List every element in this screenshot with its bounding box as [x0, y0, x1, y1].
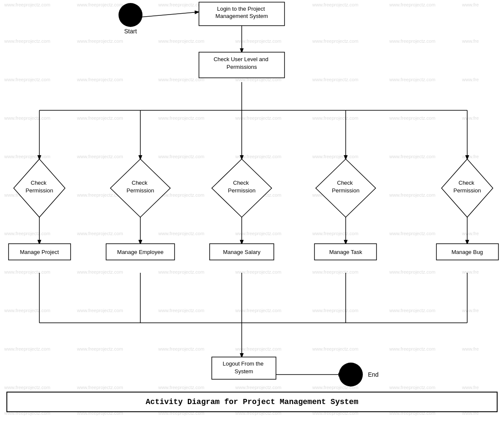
diagram-title: Activity Diagram for Project Management …	[6, 392, 498, 412]
svg-text:www.freeprojectz.com: www.freeprojectz.com	[4, 154, 50, 159]
svg-text:www.freeprojectz.com: www.freeprojectz.com	[158, 38, 205, 44]
svg-text:www.freeprojectz.com: www.freeprojectz.com	[4, 2, 50, 7]
svg-text:www.freeprojectz.com: www.freeprojectz.com	[389, 192, 436, 198]
svg-text:www.freeprojectz.com: www.freeprojectz.com	[158, 154, 205, 159]
svg-text:www.freeprojectz.com: www.freeprojectz.com	[4, 269, 50, 274]
svg-text:www.freeprojectz.com: www.freeprojectz.com	[389, 269, 436, 274]
manage-bug-text: Manage Bug	[451, 249, 483, 255]
svg-text:www.fre: www.fre	[462, 77, 479, 82]
svg-text:www.freeprojectz.com: www.freeprojectz.com	[4, 308, 50, 313]
svg-text:www.freeprojectz.com: www.freeprojectz.com	[389, 385, 436, 390]
svg-text:www.freeprojectz.com: www.freeprojectz.com	[4, 77, 50, 82]
svg-text:www.freeprojectz.com: www.freeprojectz.com	[235, 385, 282, 390]
svg-text:www.freeprojectz.com: www.freeprojectz.com	[4, 346, 50, 351]
svg-text:www.freeprojectz.com: www.freeprojectz.com	[77, 231, 123, 236]
start-circle	[119, 3, 142, 27]
svg-text:www.freeprojectz.com: www.freeprojectz.com	[77, 385, 123, 390]
svg-text:www.freeprojectz.com: www.freeprojectz.com	[312, 115, 359, 121]
manage-task-text: Manage Task	[329, 249, 362, 255]
svg-text:www.freeprojectz.com: www.freeprojectz.com	[77, 2, 123, 7]
svg-text:www.freeprojectz.com: www.freeprojectz.com	[158, 308, 205, 313]
svg-text:www.freeprojectz.com: www.freeprojectz.com	[389, 231, 436, 236]
svg-text:www.fre: www.fre	[462, 2, 479, 7]
diagram-svg: www.freeprojectz.com www.freeprojectz.co…	[0, 0, 504, 425]
svg-text:www.freeprojectz.com: www.freeprojectz.com	[4, 115, 50, 121]
svg-text:www.fre: www.fre	[462, 346, 479, 351]
svg-text:www.freeprojectz.com: www.freeprojectz.com	[77, 308, 123, 313]
end-circle	[339, 363, 363, 387]
svg-text:www.freeprojectz.com: www.freeprojectz.com	[77, 346, 123, 351]
svg-text:www.freeprojectz.com: www.freeprojectz.com	[312, 346, 359, 351]
svg-text:www.freeprojectz.com: www.freeprojectz.com	[158, 231, 205, 236]
svg-text:www.freeprojectz.com: www.freeprojectz.com	[4, 385, 50, 390]
svg-text:www.freeprojectz.com: www.freeprojectz.com	[158, 269, 205, 274]
svg-text:www.fre: www.fre	[462, 269, 479, 274]
manage-project-text: Manage Project	[20, 249, 59, 255]
svg-text:www.fre: www.fre	[462, 385, 479, 390]
svg-text:www.fre: www.fre	[462, 231, 479, 236]
svg-text:www.fre: www.fre	[462, 308, 479, 313]
end-label: End	[368, 371, 379, 378]
svg-text:www.freeprojectz.com: www.freeprojectz.com	[389, 38, 436, 44]
svg-text:www.freeprojectz.com: www.freeprojectz.com	[389, 77, 436, 82]
svg-text:www.freeprojectz.com: www.freeprojectz.com	[77, 269, 123, 274]
svg-text:www.freeprojectz.com: www.freeprojectz.com	[389, 308, 436, 313]
svg-text:www.freeprojectz.com: www.freeprojectz.com	[77, 154, 123, 159]
svg-text:www.freeprojectz.com: www.freeprojectz.com	[77, 115, 123, 121]
manage-salary-text: Manage Salary	[223, 249, 261, 255]
svg-text:www.freeprojectz.com: www.freeprojectz.com	[4, 231, 50, 236]
svg-text:www.freeprojectz.com: www.freeprojectz.com	[312, 38, 359, 44]
svg-text:www.freeprojectz.com: www.freeprojectz.com	[158, 77, 205, 82]
manage-employee-text: Manage Employee	[117, 249, 163, 255]
svg-text:www.freeprojectz.com: www.freeprojectz.com	[312, 269, 359, 274]
svg-text:www.freeprojectz.com: www.freeprojectz.com	[158, 2, 205, 7]
svg-text:www.fre: www.fre	[462, 115, 479, 121]
svg-text:www.freeprojectz.com: www.freeprojectz.com	[158, 115, 205, 121]
svg-text:www.freeprojectz.com: www.freeprojectz.com	[312, 77, 359, 82]
diagram-container: www.freeprojectz.com www.freeprojectz.co…	[0, 0, 504, 425]
svg-text:www.freeprojectz.com: www.freeprojectz.com	[158, 385, 205, 390]
svg-text:www.fre: www.fre	[462, 154, 479, 159]
svg-text:www.freeprojectz.com: www.freeprojectz.com	[77, 77, 123, 82]
svg-text:www.freeprojectz.com: www.freeprojectz.com	[4, 38, 50, 44]
svg-text:www.freeprojectz.com: www.freeprojectz.com	[77, 38, 123, 44]
svg-text:www.freeprojectz.com: www.freeprojectz.com	[158, 346, 205, 351]
svg-text:www.freeprojectz.com: www.freeprojectz.com	[389, 2, 436, 7]
svg-text:www.freeprojectz.com: www.freeprojectz.com	[389, 346, 436, 351]
svg-text:www.freeprojectz.com: www.freeprojectz.com	[312, 308, 359, 313]
svg-text:www.freeprojectz.com: www.freeprojectz.com	[389, 115, 436, 121]
svg-text:www.fre: www.fre	[462, 38, 479, 44]
svg-text:www.freeprojectz.com: www.freeprojectz.com	[312, 154, 359, 159]
svg-text:www.freeprojectz.com: www.freeprojectz.com	[312, 2, 359, 7]
start-label: Start	[124, 28, 137, 35]
svg-text:www.freeprojectz.com: www.freeprojectz.com	[312, 231, 359, 236]
svg-text:www.freeprojectz.com: www.freeprojectz.com	[389, 154, 436, 159]
